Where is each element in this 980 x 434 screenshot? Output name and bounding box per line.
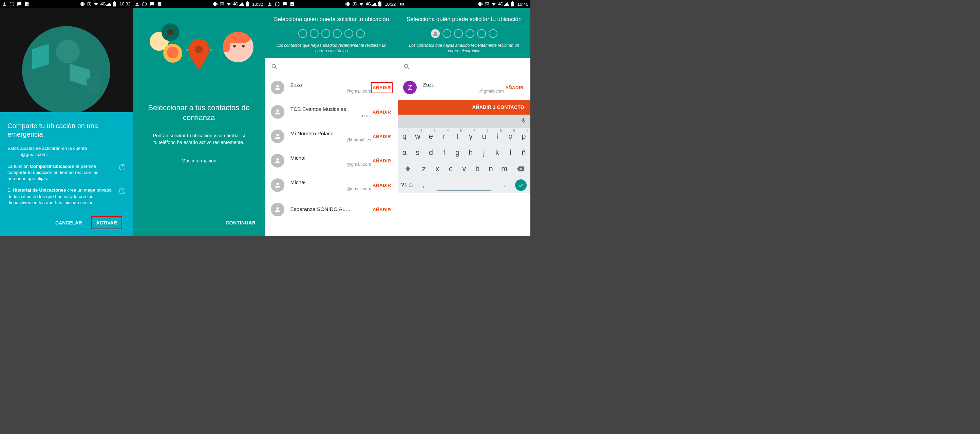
slot-empty — [333, 29, 342, 38]
help-icon[interactable]: ? — [119, 188, 125, 194]
activate-button[interactable]: ACTIVAR — [92, 217, 122, 229]
screen-1-activate: 4G 10:32 Comparte tu ubicación en una em… — [0, 0, 133, 236]
key-c[interactable]: c — [444, 161, 457, 177]
key-backspace[interactable] — [511, 161, 530, 177]
contact-avatar — [271, 203, 284, 216]
key-d[interactable]: d — [424, 144, 438, 161]
key-x[interactable]: x — [431, 161, 444, 177]
contact-avatar — [271, 81, 284, 94]
key-v[interactable]: v — [457, 161, 471, 177]
contact-email: @gmail.com — [291, 186, 371, 191]
status-wifi-icon — [94, 2, 99, 6]
contact-row[interactable]: Mi Numero Polaco@hotmail.esAÑADIR — [266, 124, 398, 149]
contact-row[interactable]: Esperanza SONIDO AL…AÑADIR — [266, 197, 398, 222]
key-ñ[interactable]: ñ — [517, 144, 530, 161]
status-vibrate-icon — [80, 2, 85, 6]
key-a[interactable]: a — [398, 144, 411, 161]
contact-row[interactable]: Michał@gmail.comAÑADIR — [266, 149, 398, 173]
contact-row[interactable]: Z Zuza @gmail.com AÑADIR — [398, 75, 530, 100]
contact-avatar — [271, 154, 284, 168]
illustration-contacts — [133, 8, 266, 103]
key-b[interactable]: b — [471, 161, 484, 177]
status-image-icon — [24, 2, 29, 6]
key-i[interactable]: 8i — [491, 128, 504, 144]
status-alarm-icon — [220, 2, 224, 6]
slot-empty — [344, 29, 353, 38]
key-enter[interactable] — [511, 177, 530, 193]
keyboard-suggestion-row[interactable] — [398, 115, 530, 128]
help-icon[interactable]: ? — [119, 164, 125, 170]
key-j[interactable]: j — [477, 144, 491, 161]
key-m[interactable]: m — [498, 161, 511, 177]
slot-empty — [310, 29, 319, 38]
status-signal-icon — [239, 2, 245, 6]
screen-3-contact-picker: 4G 10:32 Selecciona quién puede solicita… — [266, 0, 398, 236]
status-wifi-icon — [492, 2, 496, 6]
key-space[interactable] — [430, 177, 498, 193]
key-z[interactable]: z — [417, 161, 431, 177]
add-contact-button[interactable]: AÑADIR — [504, 82, 525, 93]
key-t[interactable]: 5t — [451, 128, 464, 144]
key-w[interactable]: 2w — [411, 128, 424, 144]
key-symbols[interactable]: ?1☺ — [398, 177, 417, 193]
key-comma[interactable]: , — [417, 177, 430, 193]
status-vibrate-icon — [478, 2, 482, 6]
add-contact-button[interactable]: AÑADIR — [371, 131, 392, 142]
header-title: Selecciona quién puede solicitar tu ubic… — [404, 16, 523, 23]
contact-email: @gmail.com — [423, 89, 504, 93]
add-contact-button[interactable]: AÑADIR — [371, 180, 392, 190]
continue-button[interactable]: CONTINUAR — [224, 217, 257, 229]
key-h[interactable]: h — [464, 144, 477, 161]
status-network-label: 4G — [100, 2, 105, 6]
slot-filled[interactable] — [431, 29, 440, 38]
slot-empty — [321, 29, 330, 38]
contact-row[interactable]: Zuza@gmail.comAÑADIR — [266, 75, 398, 100]
key-f[interactable]: f — [438, 144, 451, 161]
key-l[interactable]: l — [504, 144, 517, 161]
more-info-link[interactable]: Más información — [133, 158, 266, 163]
cancel-button[interactable]: CANCELAR — [51, 217, 87, 229]
soft-keyboard[interactable]: 1q2w3e4r5t6y7u8i9o0p asdfghjklñ zxcvbnm … — [398, 115, 530, 193]
status-bar: 4G 10:32 — [266, 0, 398, 8]
add-n-contacts-bar[interactable]: AÑADIR 1 CONTACTO — [398, 100, 530, 115]
key-q[interactable]: 1q — [398, 128, 411, 144]
key-g[interactable]: g — [451, 144, 464, 161]
key-y[interactable]: 6y — [464, 128, 477, 144]
contact-list[interactable]: Zuza@gmail.comAÑADIRTCB Eventos Musicale… — [266, 75, 398, 236]
key-period[interactable]: . — [498, 177, 511, 193]
add-contact-button[interactable]: AÑADIR — [371, 156, 392, 166]
status-keyboard-icon — [400, 2, 404, 6]
slot-empty — [488, 29, 498, 38]
contact-name: Mi Numero Polaco — [291, 130, 371, 137]
add-contact-button[interactable]: AÑADIR — [371, 204, 392, 215]
key-r[interactable]: 4r — [438, 128, 451, 144]
status-signal-icon — [106, 2, 113, 6]
status-bar: 4G 10:32 — [0, 0, 133, 8]
contact-row[interactable]: Michał@gmail.comAÑADIR — [266, 173, 398, 197]
key-k[interactable]: k — [491, 144, 504, 161]
key-shift[interactable] — [398, 161, 417, 177]
key-e[interactable]: 3e — [424, 128, 438, 144]
add-contact-button[interactable]: AÑADIR — [371, 82, 392, 93]
mic-icon[interactable] — [520, 118, 526, 125]
contact-row[interactable]: TCB Eventos Musicales.co…AÑADIR — [266, 100, 398, 124]
status-whatsapp-icon — [275, 2, 280, 6]
contact-avatar — [271, 130, 284, 143]
add-contact-button[interactable]: AÑADIR — [371, 107, 392, 117]
search-row[interactable] — [398, 58, 530, 75]
key-o[interactable]: 9o — [504, 128, 517, 144]
status-bar: 4G 10:32 — [133, 0, 266, 8]
panel-intro: Estos ajustes se activarán en la cuenta … — [8, 146, 125, 158]
contact-name: Michał — [291, 155, 371, 161]
contact-name: Esperanza SONIDO AL… — [291, 206, 371, 212]
key-u[interactable]: 7u — [477, 128, 491, 144]
key-n[interactable]: n — [484, 161, 498, 177]
status-signal-icon — [504, 2, 511, 6]
key-s[interactable]: s — [411, 144, 424, 161]
search-row[interactable] — [266, 58, 398, 75]
status-whatsapp-icon — [142, 2, 147, 6]
status-battery-icon — [511, 2, 514, 6]
screen-4-contact-picked-keyboard: 4G 10:40 Selecciona quién puede solicita… — [398, 0, 530, 236]
contact-name: Zuza — [423, 82, 504, 88]
key-p[interactable]: 0p — [517, 128, 530, 144]
